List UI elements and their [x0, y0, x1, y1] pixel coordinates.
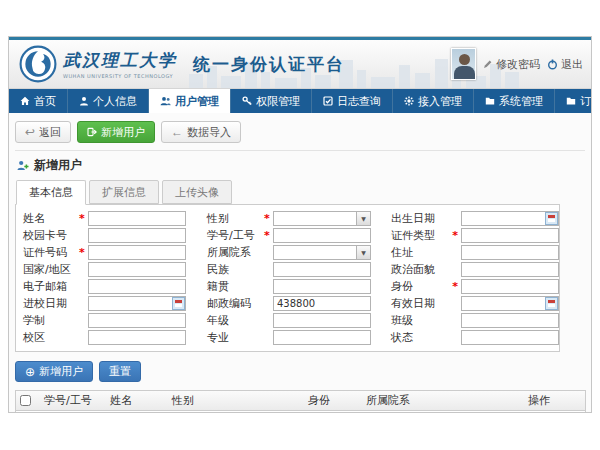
field-email: 电子邮箱 — [16, 279, 200, 294]
campus-input[interactable] — [88, 330, 186, 345]
section-title: 新增用户 — [34, 157, 82, 174]
academic-length-input-wrap — [88, 313, 186, 328]
status-input[interactable] — [461, 330, 559, 345]
postal-code-input-wrap — [273, 296, 371, 311]
submit-add-user-label: 新增用户 — [39, 364, 83, 379]
field-student-staff-id: 学号/工号* — [200, 228, 384, 243]
class-input[interactable] — [461, 313, 559, 328]
form-tabs: 基本信息扩展信息上传头像 — [15, 180, 585, 204]
field-country-region: 国家/地区 — [16, 262, 200, 277]
table-col-student-staff-id: 学号/工号 — [40, 393, 106, 408]
field-id-number: 证件号码* — [16, 245, 200, 260]
email-input-wrap — [88, 279, 186, 294]
plus-circle-icon: ⊕ — [25, 366, 35, 378]
student-staff-id-input-wrap — [273, 228, 371, 243]
form-row: 国家/地区民族政治面貌 — [16, 261, 559, 278]
enroll-date-label: 进校日期 — [23, 296, 79, 311]
add-user-toolbar-button[interactable]: 新增用户 — [77, 121, 155, 143]
reset-button[interactable]: 重置 — [99, 361, 141, 382]
data-import-label: 数据导入 — [187, 125, 231, 140]
users-icon — [160, 96, 171, 106]
tab-label: 扩展信息 — [102, 186, 146, 199]
field-native-place: 籍贯 — [200, 279, 384, 294]
form-actions: ⊕ 新增用户 重置 — [15, 361, 585, 382]
calendar-icon[interactable] — [545, 212, 558, 225]
tab-basic-info[interactable]: 基本信息 — [16, 180, 86, 205]
student-staff-id-label: 学号/工号 — [207, 228, 264, 243]
form-row: 学制年级班级 — [16, 312, 559, 329]
campus-card-no-input[interactable] — [88, 228, 186, 243]
user-avatar[interactable] — [451, 48, 476, 80]
name-input-wrap — [88, 211, 186, 226]
person-icon — [79, 96, 89, 106]
major-input[interactable] — [273, 330, 371, 345]
nav-item-log-query[interactable]: 日志查询 — [312, 89, 393, 113]
name-input[interactable] — [88, 211, 186, 226]
country-region-input[interactable] — [88, 262, 186, 277]
campus-card-no-input-wrap — [88, 228, 186, 243]
dropdown-arrow-icon[interactable]: ▼ — [356, 212, 370, 225]
field-ethnicity: 民族 — [200, 262, 384, 277]
postal-code-label: 邮政编码 — [207, 296, 264, 311]
student-staff-id-input[interactable] — [273, 228, 371, 243]
nav-item-profile[interactable]: 个人信息 — [68, 89, 149, 113]
id-type-input[interactable] — [461, 228, 559, 243]
nav-item-label: 个人信息 — [93, 94, 137, 109]
email-input[interactable] — [88, 279, 186, 294]
back-button[interactable]: ↩ 返回 — [15, 121, 71, 143]
nav-item-permission-mgmt[interactable]: 权限管理 — [231, 89, 312, 113]
nav-item-access-mgmt[interactable]: 接入管理 — [393, 89, 474, 113]
site-header: 武汉理工大学 WUHAN UNIVERSITY OF TECHNOLOGY 统一… — [9, 40, 591, 89]
address-input[interactable] — [461, 245, 559, 260]
nav-item-system-mgmt[interactable]: 系统管理 — [474, 89, 555, 113]
change-password-label: 修改密码 — [496, 57, 540, 72]
valid-date-label: 有效日期 — [391, 296, 452, 311]
nav-item-user-mgmt[interactable]: 用户管理 — [149, 89, 231, 113]
nav-item-label: 用户管理 — [175, 94, 219, 109]
political-status-input[interactable] — [461, 262, 559, 277]
identity-input[interactable] — [461, 279, 559, 294]
required-asterisk: * — [452, 280, 461, 293]
form-row: 校区专业状态 — [16, 329, 559, 346]
nav-item-label: 首页 — [34, 94, 56, 109]
tab-label: 基本信息 — [29, 186, 73, 199]
grade-input[interactable] — [273, 313, 371, 328]
calendar-icon[interactable] — [172, 297, 185, 310]
native-place-input[interactable] — [273, 279, 371, 294]
basic-info-form: 姓名*性别*▼出生日期校园卡号学号/工号*证件类型*证件号码*所属院系▼住址国家… — [15, 204, 560, 352]
ethnicity-input[interactable] — [273, 262, 371, 277]
birth-date-label: 出生日期 — [391, 211, 452, 226]
id-number-input[interactable] — [88, 245, 186, 260]
identity-label: 身份 — [391, 279, 452, 294]
tab-upload-avatar[interactable]: 上传头像 — [162, 180, 232, 204]
nav-item-home[interactable]: 首页 — [9, 89, 68, 113]
section-header: 新增用户 — [15, 151, 585, 178]
postal-code-input[interactable] — [273, 296, 371, 311]
data-import-button[interactable]: ← 数据导入 — [161, 121, 241, 143]
calendar-icon[interactable] — [545, 297, 558, 310]
select-all-checkbox[interactable] — [20, 395, 31, 406]
table-header-checkbox-cell — [16, 395, 40, 406]
university-name-en: WUHAN UNIVERSITY OF TECHNOLOGY — [63, 73, 177, 79]
political-status-input-wrap — [461, 262, 559, 277]
class-input-wrap — [461, 313, 559, 328]
nav-item-subscription-mgmt[interactable]: 订阅管理 — [555, 89, 592, 113]
required-asterisk: * — [264, 229, 273, 242]
tab-extended-info[interactable]: 扩展信息 — [89, 180, 159, 204]
id-type-input-wrap — [461, 228, 559, 243]
academic-length-input[interactable] — [88, 313, 186, 328]
grade-label: 年级 — [207, 313, 264, 328]
nav-item-label: 订阅管理 — [580, 94, 592, 109]
form-row: 姓名*性别*▼出生日期 — [16, 210, 559, 227]
import-arrow-icon: ← — [171, 126, 183, 138]
table-col-department: 所属院系 — [362, 393, 524, 408]
log-icon — [323, 96, 333, 106]
submit-add-user-button[interactable]: ⊕ 新增用户 — [15, 361, 93, 382]
change-password-link[interactable]: 修改密码 — [483, 57, 540, 72]
logout-link[interactable]: 退出 — [547, 57, 583, 72]
field-major: 专业 — [200, 330, 384, 345]
header-user-area: 修改密码 退出 — [451, 40, 583, 88]
table-col-identity: 身份 — [304, 393, 362, 408]
dropdown-arrow-icon[interactable]: ▼ — [356, 246, 370, 259]
university-logo-icon — [19, 45, 57, 83]
